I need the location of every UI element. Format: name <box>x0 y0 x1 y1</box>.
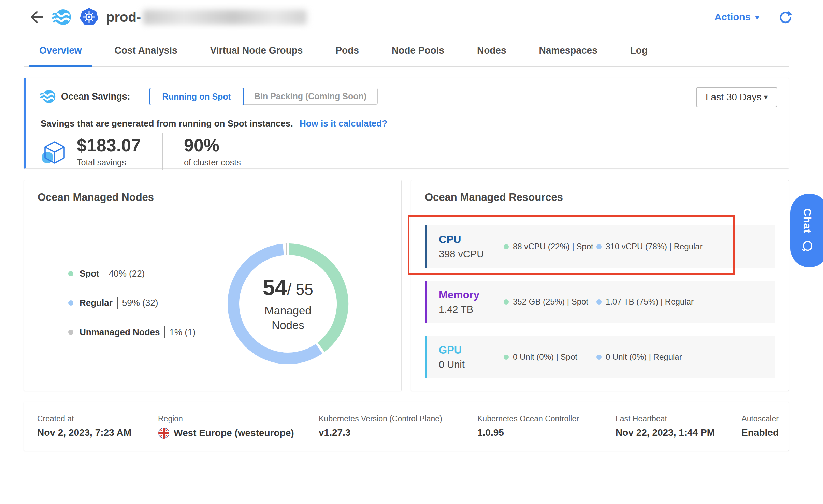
percent-caption: of cluster costs <box>184 158 241 167</box>
tab-overview[interactable]: Overview <box>29 34 92 66</box>
savings-header-row: Ocean Savings: Running on Spot Bin Packi… <box>40 88 378 105</box>
resources-card-title: Ocean Managed Resources <box>425 191 563 204</box>
memory-name: Memory <box>439 289 504 301</box>
footer-label: Created at <box>37 414 74 424</box>
legend-item-spot: Spot 40% (22) <box>68 266 196 281</box>
footer-label: Region <box>158 414 183 424</box>
tab-nodes[interactable]: Nodes <box>467 34 517 66</box>
total-savings-block: $183.07 Total savings <box>77 136 141 167</box>
tab-log[interactable]: Log <box>620 34 658 66</box>
refresh-icon[interactable] <box>779 11 792 24</box>
region-text: West Europe (westeurope) <box>174 428 294 439</box>
how-calculated-link[interactable]: How is it calculated? <box>300 118 387 129</box>
tab-cost-analysis[interactable]: Cost Analysis <box>104 34 188 66</box>
legend-label: Spot <box>80 268 99 279</box>
chat-bubble-icon <box>800 240 813 253</box>
footer-value: Nov 22, 2023, 1:44 PM <box>616 427 715 438</box>
gpu-label-col: GPU 0 Unit <box>439 344 504 370</box>
cube-icon <box>41 138 69 166</box>
footer-label: Kubernetes Version (Control Plane) <box>319 414 442 424</box>
legend-separator <box>164 326 165 338</box>
running-on-spot-toggle[interactable]: Running on Spot <box>149 88 244 105</box>
cpu-highlight-annotation <box>408 215 735 275</box>
chevron-down-icon: ▾ <box>755 13 759 21</box>
legend-value: 1% (1) <box>170 327 196 338</box>
regular-dot-icon <box>68 300 73 306</box>
memory-spot-stat: 352 GB (25%) | Spot <box>504 297 596 307</box>
legend-item-unmanaged: Unmanaged Nodes 1% (1) <box>68 325 196 339</box>
memory-spot-text: 352 GB (25%) | Spot <box>513 297 588 307</box>
chat-button[interactable]: Chat <box>790 194 823 267</box>
ocean-managed-resources-card: Ocean Managed Resources CPU 398 vCPU 88 … <box>411 180 789 391</box>
memory-label-col: Memory 1.42 TB <box>439 289 504 315</box>
bin-packing-toggle[interactable]: Bin Packing (Coming Soon) <box>243 88 378 105</box>
savings-description: Savings that are generated from running … <box>41 118 293 129</box>
gpu-regular-stat: 0 Unit (0%) | Regular <box>596 352 682 362</box>
cluster-title: prod- <box>106 10 307 25</box>
header: prod- Actions ▾ <box>0 0 823 34</box>
back-arrow-icon[interactable] <box>29 9 45 25</box>
total-count: / 55 <box>287 281 313 298</box>
managed-count: 54 <box>263 275 287 300</box>
donut-caption: Managed Nodes <box>264 303 312 333</box>
tab-bar: Overview Cost Analysis Virtual Node Grou… <box>24 34 789 67</box>
footer-label: Last Heartbeat <box>616 414 667 424</box>
stats-divider <box>162 133 163 170</box>
page: prod- Actions ▾ Overview Cost Analysis V… <box>0 0 823 504</box>
savings-label: Ocean Savings: <box>61 91 130 102</box>
period-value: Last 30 Days <box>706 92 761 103</box>
donut-count: 54/ 55 <box>263 275 313 300</box>
period-dropdown[interactable]: Last 30 Days ▾ <box>696 87 777 107</box>
legend-separator <box>117 297 118 309</box>
cluster-title-prefix: prod- <box>106 10 141 25</box>
tab-namespaces[interactable]: Namespaces <box>529 34 607 66</box>
savings-toggle-group: Running on Spot Bin Packing (Coming Soon… <box>149 88 378 105</box>
actions-label: Actions <box>714 12 751 23</box>
ocean-savings-card: Ocean Savings: Running on Spot Bin Packi… <box>24 78 789 169</box>
legend-label: Regular <box>80 298 113 308</box>
gpu-name: GPU <box>439 344 504 356</box>
total-savings-value: $183.07 <box>77 136 141 155</box>
memory-regular-text: 1.07 TB (75%) | Regular <box>606 297 694 307</box>
footer-value: 1.0.95 <box>477 427 504 438</box>
legend-value: 59% (32) <box>122 298 158 308</box>
gpu-resource-row: GPU 0 Unit 0 Unit (0%) | Spot 0 Unit (0%… <box>425 336 775 378</box>
footer-value: Enabled <box>741 427 779 438</box>
kubernetes-logo-icon <box>79 7 99 27</box>
total-savings-caption: Total savings <box>77 158 141 167</box>
nodes-card-title: Ocean Managed Nodes <box>38 191 154 204</box>
footer-value: v1.27.3 <box>319 427 350 438</box>
memory-total: 1.42 TB <box>439 304 504 315</box>
tab-virtual-node-groups[interactable]: Virtual Node Groups <box>200 34 313 66</box>
legend-value: 40% (22) <box>109 268 145 279</box>
gpu-spot-text: 0 Unit (0%) | Spot <box>513 352 577 362</box>
spot-dot-icon <box>68 271 73 276</box>
divider <box>38 217 388 217</box>
legend-label: Unmanaged Nodes <box>80 327 160 338</box>
memory-resource-row: Memory 1.42 TB 352 GB (25%) | Spot 1.07 … <box>425 281 775 323</box>
uk-flag-icon <box>158 427 170 439</box>
footer-value: West Europe (westeurope) <box>158 427 294 439</box>
legend-item-regular: Regular 59% (32) <box>68 296 196 310</box>
nodes-legend: Spot 40% (22) Regular 59% (32) Unmanaged… <box>68 266 196 354</box>
regular-dot-icon <box>596 299 602 305</box>
percent-value: 90% <box>184 136 241 155</box>
managed-nodes-donut-chart: 54/ 55 Managed Nodes <box>227 243 349 365</box>
ocean-logo-icon <box>52 8 71 27</box>
legend-separator <box>104 268 104 279</box>
gpu-regular-text: 0 Unit (0%) | Regular <box>606 352 682 362</box>
footer-label: Autoscaler <box>741 414 779 424</box>
actions-button[interactable]: Actions ▾ <box>714 12 759 23</box>
unmanaged-dot-icon <box>68 330 73 335</box>
gpu-spot-stat: 0 Unit (0%) | Spot <box>504 352 596 362</box>
cluster-info-footer: Created at Nov 2, 2023, 7:23 AM Region W… <box>24 402 789 451</box>
cluster-name-redacted <box>143 10 307 25</box>
ocean-wave-icon <box>40 89 56 104</box>
percent-block: 90% of cluster costs <box>184 136 241 167</box>
tab-node-pools[interactable]: Node Pools <box>381 34 454 66</box>
ocean-managed-nodes-card: Ocean Managed Nodes Spot 40% (22) Regula… <box>24 180 402 391</box>
tab-pods[interactable]: Pods <box>325 34 369 66</box>
memory-regular-stat: 1.07 TB (75%) | Regular <box>596 297 694 307</box>
gpu-total: 0 Unit <box>439 359 504 370</box>
spot-dot-icon <box>504 299 509 305</box>
